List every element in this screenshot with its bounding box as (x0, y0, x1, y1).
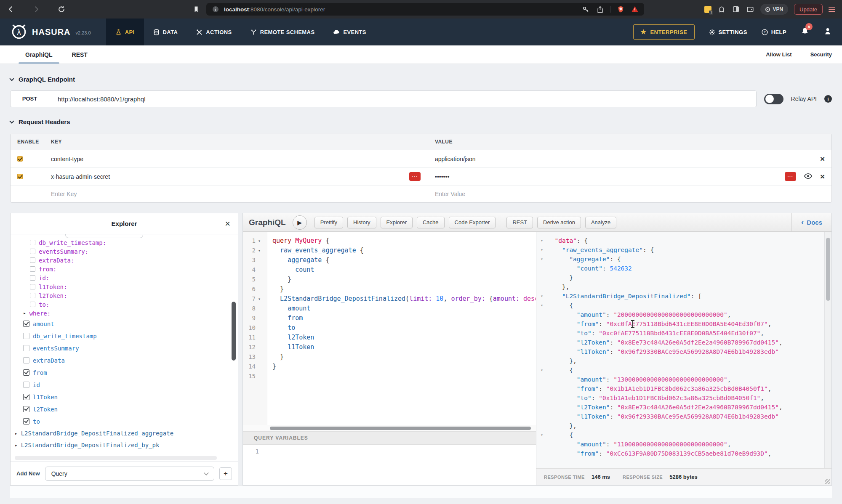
address-bar[interactable]: localhost:8080/console/api/api-explorer (206, 3, 644, 16)
reveal-eye-icon[interactable] (804, 173, 813, 180)
explorer-item[interactable]: eventsSummary: (11, 247, 238, 256)
endpoint-url-input[interactable]: http://localhost:8080/v1/graphql (49, 95, 145, 103)
hasura-logo[interactable]: λ HASURA v2.23.0 (10, 23, 91, 41)
toolbar-button-cache[interactable]: Cache (417, 217, 445, 228)
nav-item-data[interactable]: DATA (144, 19, 187, 45)
explorer-item[interactable]: from (11, 366, 238, 379)
warning-triangle-icon[interactable] (631, 5, 639, 13)
header-value-input[interactable]: application/json (435, 156, 476, 162)
add-new-select[interactable]: Query (45, 467, 214, 481)
remove-header-icon[interactable]: × (820, 155, 825, 163)
forward-icon[interactable] (32, 5, 40, 13)
toolbar-button-derive-action[interactable]: Derive action (537, 217, 581, 228)
dark-mode-extension-icon[interactable] (732, 5, 740, 13)
explorer-item[interactable]: l1Token (11, 391, 238, 403)
toolbar-button-prettify[interactable]: Prettify (314, 217, 343, 228)
info-icon[interactable]: i (824, 95, 832, 103)
enable-checkbox[interactable] (17, 156, 23, 162)
reload-icon[interactable] (57, 5, 66, 13)
explorer-item[interactable]: amount (11, 318, 238, 330)
explorer-item[interactable]: eventsSummary (11, 342, 238, 354)
response-scrollbar-thumb[interactable] (826, 238, 830, 301)
brave-shield-icon[interactable] (616, 5, 625, 13)
toolbar-button-history[interactable]: History (347, 217, 376, 228)
nav-item-events[interactable]: EVENTS (324, 19, 375, 45)
settings-button[interactable]: SETTINGS (709, 29, 747, 35)
field-checkbox[interactable] (30, 284, 35, 289)
bookmark-icon[interactable] (192, 5, 200, 13)
toolbar-button-explorer[interactable]: Explorer (381, 217, 413, 228)
graphql-endpoint-section-header[interactable]: GraphQL Endpoint (10, 76, 832, 83)
explorer-item[interactable]: l2Token: (11, 291, 238, 300)
field-checkbox[interactable] (23, 418, 29, 424)
explorer-item[interactable]: to (11, 415, 238, 427)
help-button[interactable]: ? HELP (762, 29, 786, 35)
field-checkbox[interactable] (30, 249, 35, 254)
wallet-extension-icon[interactable] (746, 5, 754, 13)
query-variables-header[interactable]: QUERY VARIABLES (243, 431, 536, 445)
ghost-extension-icon[interactable] (717, 5, 726, 13)
explorer-item[interactable]: ▸L2StandardBridge_DepositFinalized_aggre… (11, 427, 238, 439)
header-value-input-masked[interactable]: ••••••• (435, 173, 449, 180)
back-icon[interactable] (7, 5, 15, 13)
field-checkbox[interactable] (30, 257, 35, 263)
explorer-scrollbar[interactable] (232, 302, 236, 361)
explorer-item[interactable]: from: (11, 265, 238, 273)
relay-api-toggle[interactable] (764, 94, 783, 104)
enable-checkbox[interactable] (17, 174, 23, 179)
explorer-item[interactable]: extraData: (11, 256, 238, 265)
expand-arrow-icon[interactable]: ▸ (23, 310, 26, 316)
header-key-input[interactable]: content-type (51, 156, 83, 162)
new-header-value-input[interactable] (435, 191, 669, 197)
field-checkbox[interactable] (30, 275, 35, 281)
notifications-button[interactable]: 8 (801, 27, 809, 37)
explorer-item[interactable]: ▸L2StandardBridge_DepositFinalized_by_pk (11, 439, 238, 451)
field-checkbox[interactable] (30, 293, 35, 298)
field-checkbox[interactable] (23, 321, 29, 327)
explorer-item[interactable]: l2Token (11, 403, 238, 415)
explorer-item[interactable]: id: (11, 273, 238, 282)
lastpass-icon[interactable]: ··· (409, 172, 421, 181)
toolbar-button-analyze[interactable]: Analyze (585, 217, 616, 228)
request-headers-section-header[interactable]: Request Headers (10, 118, 832, 125)
explorer-item[interactable]: db_write_timestamp (11, 330, 238, 342)
add-query-button[interactable]: + (219, 467, 232, 480)
account-button[interactable] (823, 27, 832, 37)
field-checkbox[interactable] (30, 240, 35, 245)
explorer-item[interactable]: extraData (11, 354, 238, 366)
enterprise-button[interactable]: ★ ENTERPRISE (633, 24, 694, 40)
tab-rest[interactable]: REST (72, 45, 88, 64)
allow-list-link[interactable]: Allow List (766, 51, 791, 58)
field-checkbox[interactable] (23, 382, 29, 388)
hscrollbar-thumb[interactable] (270, 427, 531, 430)
expand-arrow-icon[interactable]: ▸ (15, 443, 18, 448)
header-key-input[interactable]: x-hasura-admin-secret (51, 173, 110, 180)
field-checkbox[interactable] (23, 369, 29, 376)
update-button[interactable]: Update (794, 4, 823, 15)
docs-button[interactable]: ‹ Docs (791, 213, 831, 232)
field-checkbox[interactable] (23, 345, 29, 351)
expand-arrow-icon[interactable]: ▸ (15, 431, 18, 436)
tab-graphiql[interactable]: GraphiQL (25, 45, 53, 64)
explorer-item[interactable]: ▸where: (11, 309, 238, 318)
field-checkbox[interactable] (23, 333, 29, 339)
query-variables-editor[interactable]: 1 (243, 445, 536, 485)
explorer-item[interactable]: id (11, 379, 238, 391)
field-checkbox[interactable] (23, 406, 29, 412)
field-checkbox[interactable] (23, 394, 29, 400)
remove-header-icon[interactable]: × (820, 172, 825, 180)
nav-item-actions[interactable]: ACTIONS (187, 19, 241, 45)
explorer-item[interactable]: to: (11, 300, 238, 309)
nav-item-api[interactable]: API (106, 19, 144, 45)
field-checkbox[interactable] (23, 357, 29, 363)
new-header-key-input[interactable] (51, 191, 273, 197)
nav-item-remote-schemas[interactable]: REMOTE SCHEMAS (241, 19, 324, 45)
menu-icon[interactable] (829, 7, 835, 12)
security-link[interactable]: Security (810, 51, 832, 58)
resize-handle[interactable] (825, 479, 830, 484)
query-editor[interactable]: 1▾2▾34567▾89101112131415 query MyQuery {… (243, 232, 536, 425)
execute-query-button[interactable]: ▶ (293, 215, 307, 230)
password-key-icon[interactable] (581, 5, 590, 13)
lastpass-icon[interactable]: ··· (785, 172, 796, 181)
explorer-hscroll-track[interactable] (15, 456, 217, 460)
